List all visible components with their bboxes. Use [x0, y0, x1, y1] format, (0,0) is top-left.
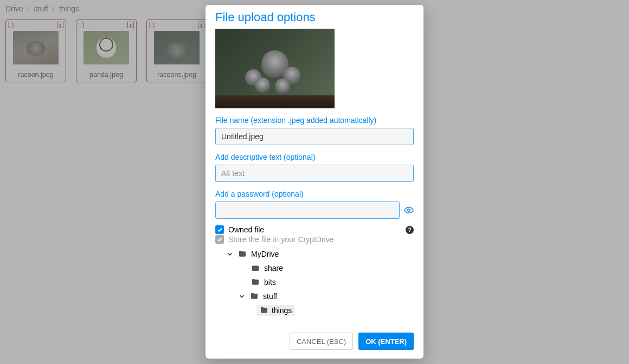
show-password-icon[interactable]: [404, 205, 414, 215]
tree-item-label: things: [272, 306, 292, 315]
store-file-row: Store the file in your CryptDrive: [215, 235, 414, 244]
alt-text-label: Add descriptive text (optional): [215, 153, 414, 161]
help-icon[interactable]: ?: [406, 226, 414, 234]
upload-preview-image: [215, 29, 335, 108]
tree-item-stuff[interactable]: stuff: [215, 289, 414, 303]
svg-point-4: [408, 209, 410, 212]
ok-button[interactable]: OK (ENTER): [358, 333, 414, 350]
tree-item-mydrive[interactable]: MyDrive: [215, 247, 414, 261]
tree-item-bits[interactable]: bits: [215, 275, 414, 289]
upload-modal: File upload options File name (extension…: [206, 5, 423, 359]
svg-point-8: [256, 269, 257, 269]
chevron-down-icon[interactable]: [226, 250, 234, 258]
svg-point-6: [254, 268, 254, 268]
owned-file-checkbox[interactable]: [215, 225, 224, 234]
alt-text-input[interactable]: [215, 165, 414, 182]
tree-item-label: bits: [264, 278, 276, 287]
password-input[interactable]: [215, 202, 400, 219]
cancel-button[interactable]: CANCEL (ESC): [290, 333, 353, 350]
share-folder-icon: [251, 264, 260, 272]
folder-icon: [238, 250, 247, 258]
store-file-label: Store the file in your CryptDrive: [228, 235, 334, 244]
tree-item-label: share: [264, 264, 283, 272]
svg-point-7: [255, 267, 255, 268]
owned-file-row[interactable]: Owned file ?: [215, 225, 414, 234]
owned-file-label: Owned file: [228, 225, 264, 234]
password-label: Add a password (optional): [215, 190, 414, 198]
folder-tree: MyDrive share bits: [215, 247, 414, 317]
modal-title: File upload options: [215, 10, 414, 24]
tree-item-label: stuff: [263, 292, 277, 301]
filename-label: File name (extension .jpeg added automat…: [215, 116, 414, 125]
folder-icon: [260, 306, 268, 315]
svg-rect-5: [252, 266, 259, 271]
tree-item-things[interactable]: things: [215, 303, 414, 317]
tree-item-label: MyDrive: [251, 250, 279, 258]
filename-input[interactable]: [215, 128, 414, 145]
store-file-checkbox: [215, 235, 224, 244]
folder-icon: [250, 292, 259, 301]
chevron-down-icon[interactable]: [238, 292, 246, 300]
folder-icon: [251, 278, 260, 287]
modal-overlay[interactable]: File upload options File name (extension…: [0, 0, 629, 364]
tree-item-share[interactable]: share: [215, 261, 414, 275]
